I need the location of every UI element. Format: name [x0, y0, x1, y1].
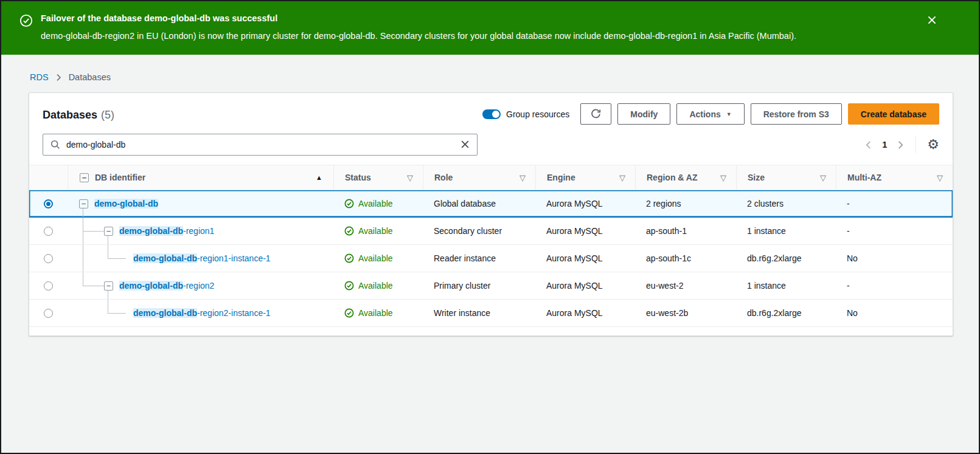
toggle-switch[interactable] [482, 109, 501, 119]
filter-size-icon[interactable]: ▽ [820, 173, 836, 182]
engine-cell: Aurora MySQL [546, 308, 603, 318]
group-resources-label: Group resources [506, 109, 569, 119]
current-page[interactable]: 1 [882, 140, 887, 150]
table-row: demo-global-db-region2-instance-1 Availa… [29, 300, 953, 327]
size-cell: db.r6g.2xlarge [747, 308, 802, 318]
databases-table: DB identifier ▲ Status ▽ Role ▽ Engine ▽… [29, 165, 953, 335]
banner-message: demo-global-db-region2 in EU (London) is… [41, 31, 796, 41]
search-input[interactable] [43, 134, 478, 156]
restore-from-s3-button[interactable]: Restore from S3 [751, 103, 842, 125]
db-identifier-link[interactable]: demo-global-db-region1-instance-1 [133, 253, 271, 263]
row-radio-selected[interactable] [44, 199, 53, 208]
collapse-row-icon[interactable] [79, 199, 88, 208]
role-cell: Writer instance [434, 308, 490, 318]
db-identifier-link[interactable]: demo-global-db-region2-instance-1 [133, 308, 271, 318]
multi-az-cell: - [847, 226, 850, 236]
db-identifier-link[interactable]: demo-global-db [94, 199, 158, 208]
filter-row: 1 ⚙ [29, 125, 953, 156]
header-engine[interactable]: Engine ▽ [535, 165, 635, 190]
region-cell: eu-west-2 [646, 281, 683, 291]
success-check-icon [19, 14, 33, 27]
page-title: Databases (5) [43, 107, 114, 122]
resource-count: (5) [101, 109, 114, 121]
sort-ascending-icon[interactable]: ▲ [316, 174, 333, 181]
actions-button[interactable]: Actions ▼ [676, 103, 744, 125]
available-check-icon [344, 226, 354, 236]
role-cell: Primary cluster [434, 281, 490, 291]
filter-region-icon[interactable]: ▽ [720, 173, 736, 182]
header-status[interactable]: Status ▽ [333, 165, 423, 190]
status-badge: Available [344, 253, 393, 263]
toolbar: Group resources Modify Actions ▼ Restore… [482, 103, 939, 125]
pagination-divider [916, 136, 916, 153]
modify-button[interactable]: Modify [617, 103, 670, 125]
row-radio[interactable] [44, 227, 53, 236]
status-badge: Available [344, 308, 393, 318]
engine-cell: Aurora MySQL [546, 226, 603, 236]
db-identifier-link[interactable]: demo-global-db-region2 [119, 281, 214, 291]
refresh-button[interactable] [580, 103, 611, 125]
multi-az-cell: - [847, 281, 850, 291]
role-cell: Global database [434, 199, 496, 208]
engine-cell: Aurora MySQL [546, 199, 603, 208]
status-badge: Available [344, 226, 393, 236]
available-check-icon [344, 281, 354, 291]
available-check-icon [344, 253, 354, 263]
table-row: demo-global-db-region2 Available Primary… [29, 272, 953, 300]
size-cell: 1 instance [747, 281, 786, 291]
header-region-az[interactable]: Region & AZ ▽ [635, 165, 736, 190]
settings-gear-icon[interactable]: ⚙ [927, 138, 939, 151]
clear-search-icon[interactable] [460, 139, 470, 151]
pagination: 1 ⚙ [864, 136, 939, 153]
next-page-icon[interactable] [895, 140, 905, 150]
table-row: demo-global-db-region1 Available Seconda… [29, 218, 953, 245]
available-check-icon [344, 199, 354, 208]
close-icon[interactable] [925, 13, 939, 27]
search-box [43, 134, 478, 156]
filter-role-icon[interactable]: ▽ [520, 173, 535, 182]
engine-cell: Aurora MySQL [546, 253, 603, 263]
role-cell: Reader instance [434, 253, 496, 263]
status-badge: Available [344, 199, 393, 208]
db-identifier-link[interactable]: demo-global-db-region1 [119, 226, 214, 236]
refresh-icon [590, 108, 602, 120]
size-cell: db.r6g.2xlarge [747, 253, 802, 263]
region-cell: ap-south-1 [646, 226, 687, 236]
role-cell: Secondary cluster [434, 226, 502, 236]
success-banner: Failover of the database demo-global-db … [1, 1, 979, 55]
multi-az-cell: No [847, 308, 858, 318]
available-check-icon [344, 308, 354, 318]
table-row: demo-global-db-region1-instance-1 Availa… [29, 245, 953, 272]
breadcrumb: RDS Databases [1, 55, 979, 82]
header-db-identifier[interactable]: DB identifier ▲ [68, 165, 333, 190]
region-cell: eu-west-2b [646, 308, 688, 318]
collapse-all-icon[interactable] [80, 173, 89, 182]
row-radio[interactable] [44, 281, 53, 291]
multi-az-cell: No [847, 253, 858, 263]
caret-down-icon: ▼ [726, 111, 732, 117]
search-icon [50, 139, 61, 152]
size-cell: 1 instance [747, 226, 786, 236]
table-row: demo-global-db Available Global database… [29, 190, 953, 218]
header-multi-az[interactable]: Multi-AZ ▽ [836, 165, 953, 190]
filter-status-icon[interactable]: ▽ [407, 173, 423, 182]
breadcrumb-rds[interactable]: RDS [30, 72, 49, 82]
table-header-row: DB identifier ▲ Status ▽ Role ▽ Engine ▽… [29, 165, 953, 190]
row-radio[interactable] [44, 309, 53, 318]
header-role[interactable]: Role ▽ [423, 165, 535, 190]
banner-title: Failover of the database demo-global-db … [41, 13, 796, 23]
row-radio[interactable] [44, 254, 53, 263]
previous-page-icon[interactable] [864, 140, 874, 150]
group-resources-toggle[interactable]: Group resources [482, 109, 569, 119]
collapse-row-icon[interactable] [104, 281, 113, 291]
create-database-button[interactable]: Create database [848, 103, 939, 125]
filter-multi-az-icon[interactable]: ▽ [937, 173, 953, 182]
collapse-row-icon[interactable] [104, 227, 113, 236]
filter-engine-icon[interactable]: ▽ [619, 173, 635, 182]
status-badge: Available [344, 281, 393, 291]
multi-az-cell: - [847, 199, 850, 208]
databases-panel: Databases (5) Group resources Modify Act… [29, 92, 953, 336]
engine-cell: Aurora MySQL [546, 281, 603, 291]
chevron-right-icon [55, 74, 63, 81]
header-size[interactable]: Size ▽ [736, 165, 836, 190]
